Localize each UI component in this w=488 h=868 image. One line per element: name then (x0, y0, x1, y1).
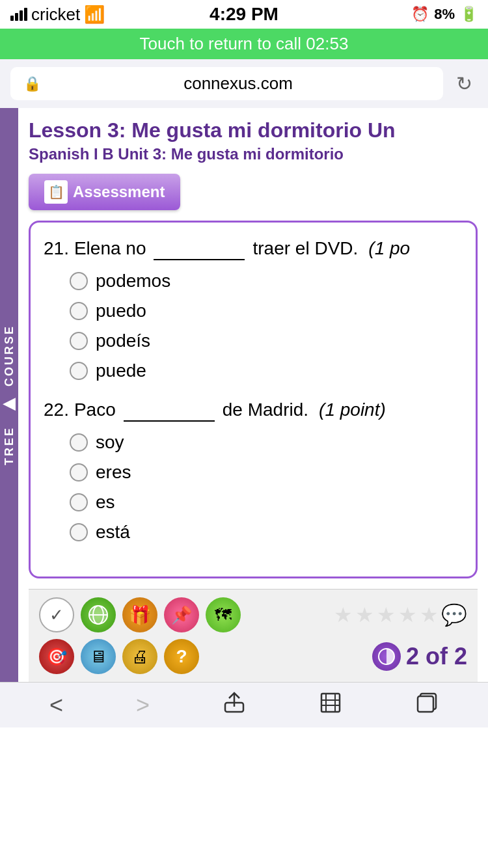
main-content: Lesson 3: Me gusta mi dormitorio Un Span… (18, 108, 488, 682)
bookmarks-button[interactable] (308, 686, 353, 725)
printer-icon-btn[interactable]: 🖨 (122, 639, 157, 674)
radio-21-1[interactable] (70, 272, 88, 290)
svg-rect-13 (418, 696, 433, 712)
page-counter: 2 of 2 (372, 642, 467, 671)
lock-icon: 🔒 (23, 75, 41, 92)
question-22: 22. Paco de Madrid. (1 point) soy eres (44, 400, 463, 543)
browser-nav: < > (0, 682, 488, 727)
toolbar-row-2: 🎯 🖥 🖨 ? (39, 639, 467, 674)
radio-22-4[interactable] (70, 523, 88, 541)
option-21-4[interactable]: puede (70, 360, 463, 381)
option-22-2[interactable]: eres (70, 462, 463, 483)
question-21-points: (1 po (368, 238, 410, 259)
map-icon: 🗺 (215, 605, 232, 625)
speech-bubble-icon: 💬 (441, 603, 467, 627)
question-21-before: Elena no (74, 238, 146, 259)
star-rating: ★ ★ ★ ★ ★ 💬 (334, 603, 467, 627)
sidebar-course-text: COURSE (3, 325, 16, 387)
option-21-1[interactable]: podemos (70, 271, 463, 292)
star-4: ★ (398, 603, 417, 627)
call-banner[interactable]: Touch to return to call 02:53 (0, 29, 488, 59)
page-counter-text: 2 of 2 (406, 643, 467, 670)
quiz-card: 21. Elena no traer el DVD. (1 po podemos… (29, 221, 478, 578)
radio-21-3[interactable] (70, 332, 88, 350)
bookmarks-icon (319, 691, 342, 714)
toolbar-row-1: ✓ 🎁 📌 (39, 597, 467, 632)
browser-bar: 🔒 connexus.com ↻ (0, 59, 488, 108)
signal-icon (10, 8, 27, 21)
radio-22-2[interactable] (70, 463, 88, 481)
option-22-4[interactable]: está (70, 522, 463, 543)
star-3: ★ (377, 603, 396, 627)
page-counter-icon (372, 642, 401, 671)
printer-icon: 🖨 (131, 647, 148, 667)
half-circle-icon (377, 647, 396, 666)
question-22-before: Paco (74, 400, 116, 420)
status-time: 4:29 PM (210, 4, 278, 25)
reload-button[interactable]: ↻ (451, 72, 478, 95)
question-21-text: 21. Elena no traer el DVD. (1 po (44, 238, 463, 260)
battery-icon: ⏰ (411, 6, 429, 23)
back-button[interactable]: < (39, 686, 74, 724)
toolbar-icons-row1: ✓ 🎁 📌 (39, 597, 241, 632)
radio-22-3[interactable] (70, 493, 88, 511)
wifi-icon: 📶 (84, 5, 105, 25)
option-21-3[interactable]: podeís (70, 331, 463, 351)
question-22-options: soy eres es está (70, 432, 463, 543)
question-22-after: de Madrid. (223, 400, 308, 420)
radio-21-2[interactable] (70, 302, 88, 320)
option-22-3[interactable]: es (70, 492, 463, 513)
assessment-icon: 📋 (44, 180, 68, 204)
bottom-toolbar: ✓ 🎁 📌 (29, 589, 478, 682)
status-right: ⏰ 8% 🔋 (411, 6, 478, 23)
question-21: 21. Elena no traer el DVD. (1 po podemos… (44, 238, 463, 381)
carrier-name: cricket (31, 5, 80, 25)
svg-rect-7 (321, 694, 340, 712)
pin-icon-btn[interactable]: 📌 (164, 597, 199, 632)
url-text: connexus.com (46, 74, 430, 94)
question-21-options: podemos puedo podeís puede (70, 271, 463, 381)
screen-icon: 🖥 (90, 647, 107, 667)
assessment-button[interactable]: 📋 Assessment (29, 174, 180, 210)
tabs-button[interactable] (405, 686, 449, 725)
share-button[interactable] (212, 686, 256, 725)
tabs-icon (415, 691, 439, 714)
sidebar-tree-text: TREE (3, 426, 16, 465)
lesson-title: Lesson 3: Me gusta mi dormitorio Un (29, 118, 478, 142)
sidebar-arrow-icon[interactable]: ◀ (3, 393, 16, 413)
star-2: ★ (355, 603, 374, 627)
question-22-text: 22. Paco de Madrid. (1 point) (44, 400, 463, 422)
star-5: ★ (420, 603, 439, 627)
question-22-blank (124, 400, 215, 422)
target-icon-btn[interactable]: 🎯 (39, 639, 74, 674)
gift-icon-btn[interactable]: 🎁 (122, 597, 157, 632)
question-22-points: (1 point) (319, 400, 386, 420)
globe-icon-btn[interactable] (81, 597, 116, 632)
pin-icon: 📌 (171, 605, 192, 625)
checkmark-icon-btn[interactable]: ✓ (39, 597, 74, 632)
radio-21-4[interactable] (70, 362, 88, 380)
lesson-subtitle: Spanish I B Unit 3: Me gusta mi dormitor… (29, 145, 478, 163)
page-content: COURSE ◀ TREE Lesson 3: Me gusta mi dorm… (0, 108, 488, 682)
star-1: ★ (334, 603, 353, 627)
help-icon: ? (176, 646, 187, 667)
help-icon-btn[interactable]: ? (164, 639, 199, 674)
radio-22-1[interactable] (70, 433, 88, 452)
status-bar: cricket 📶 4:29 PM ⏰ 8% 🔋 (0, 0, 488, 29)
battery-level: 8% (434, 6, 455, 23)
option-21-2[interactable]: puedo (70, 301, 463, 321)
battery-bar-icon: 🔋 (460, 6, 478, 23)
screen-icon-btn[interactable]: 🖥 (81, 639, 116, 674)
url-bar[interactable]: 🔒 connexus.com (10, 67, 443, 100)
status-left: cricket 📶 (10, 5, 105, 25)
target-icon: 🎯 (46, 647, 67, 667)
map-icon-btn[interactable]: 🗺 (206, 597, 241, 632)
option-22-1[interactable]: soy (70, 432, 463, 453)
gift-icon: 🎁 (129, 604, 152, 626)
forward-button[interactable]: > (126, 686, 160, 724)
question-21-after: traer el DVD. (252, 238, 358, 259)
question-21-blank (154, 238, 245, 260)
sidebar: COURSE ◀ TREE (0, 108, 18, 682)
share-icon (223, 691, 246, 714)
globe-icon (88, 604, 109, 625)
